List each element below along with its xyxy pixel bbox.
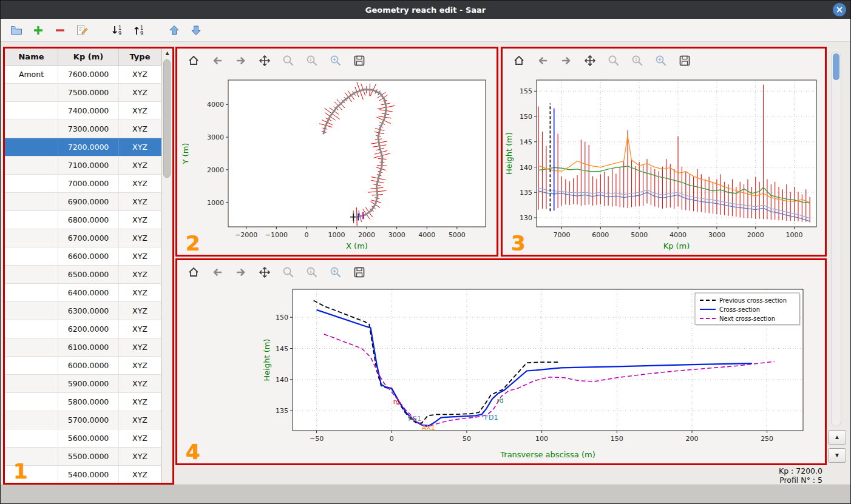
cell-kp[interactable]: 7200.0000 <box>58 138 119 156</box>
cell-type[interactable]: XYZ <box>119 266 161 283</box>
save-button[interactable] <box>350 263 368 281</box>
forward-button[interactable] <box>232 52 250 70</box>
cell-kp[interactable]: 5800.0000 <box>58 393 119 411</box>
cell-type[interactable]: XYZ <box>119 247 161 265</box>
cell-kp[interactable]: 6000.0000 <box>58 357 119 374</box>
cell-kp[interactable]: 6300.0000 <box>58 302 119 320</box>
longitudinal-profile-chart[interactable]: 7000600050004000300020001000130135140145… <box>503 73 825 254</box>
sort-descending-button[interactable]: 1 9 <box>109 22 126 39</box>
sort-ascending-button[interactable]: 1 9 <box>131 22 147 39</box>
back-button[interactable] <box>208 52 226 70</box>
cell-type[interactable]: XYZ <box>119 302 161 320</box>
cell-type[interactable]: XYZ <box>119 138 161 156</box>
cell-name[interactable]: Amont <box>5 66 58 83</box>
table-row[interactable]: 6100.0000XYZ <box>5 338 161 357</box>
pan-button[interactable] <box>256 263 274 281</box>
open-button[interactable] <box>8 22 25 39</box>
plan-view-chart[interactable]: −2000−1000010002000300040005000100020003… <box>177 73 497 254</box>
cell-name[interactable] <box>5 411 58 429</box>
forward-button[interactable] <box>557 52 575 70</box>
table-row[interactable]: 7000.0000XYZ <box>5 175 161 193</box>
table-row[interactable]: 7300.0000XYZ <box>5 120 161 138</box>
cell-name[interactable] <box>5 175 58 192</box>
cell-type[interactable]: XYZ <box>119 411 161 429</box>
cell-name[interactable] <box>5 375 58 392</box>
cell-name[interactable] <box>5 320 58 338</box>
save-button[interactable] <box>350 52 368 70</box>
cell-kp[interactable]: 6800.0000 <box>58 211 119 229</box>
cell-kp[interactable]: 5700.0000 <box>58 411 119 429</box>
zoom-rect-button[interactable] <box>327 263 345 281</box>
table-row[interactable]: 6300.0000XYZ <box>5 302 161 320</box>
cell-name[interactable] <box>5 247 58 265</box>
table-row[interactable]: 5700.0000XYZ <box>5 411 161 429</box>
table-row[interactable]: 6600.0000XYZ <box>5 247 161 266</box>
zoom-rect-button[interactable] <box>652 52 670 70</box>
table-row[interactable]: 5600.0000XYZ <box>5 429 161 448</box>
profile-up-button[interactable]: ▲ <box>828 430 846 445</box>
cell-type[interactable]: XYZ <box>119 66 161 83</box>
vertical-scrollbar-thumb[interactable] <box>833 53 839 80</box>
profile-down-button[interactable]: ▼ <box>828 448 846 463</box>
cell-kp[interactable]: 7300.0000 <box>58 120 119 138</box>
cell-type[interactable]: XYZ <box>119 102 161 119</box>
subplots-button[interactable] <box>303 263 321 281</box>
cell-name[interactable] <box>5 448 58 465</box>
cell-kp[interactable]: 5600.0000 <box>58 429 119 447</box>
cell-type[interactable]: XYZ <box>119 156 161 174</box>
table-row[interactable]: 5500.0000XYZ <box>5 448 161 466</box>
cell-type[interactable]: XYZ <box>119 84 161 101</box>
table-row[interactable]: 6900.0000XYZ <box>5 193 161 211</box>
scroll-up-icon[interactable]: ▲ <box>162 49 172 58</box>
cell-type[interactable]: XYZ <box>119 338 161 356</box>
cell-kp[interactable]: 6200.0000 <box>58 320 119 338</box>
subplots-button[interactable] <box>628 52 646 70</box>
cell-kp[interactable]: 7100.0000 <box>58 156 119 174</box>
close-button[interactable] <box>833 3 846 16</box>
cell-type[interactable]: XYZ <box>119 175 161 192</box>
cell-name[interactable] <box>5 302 58 320</box>
move-up-button[interactable] <box>166 22 183 39</box>
zoom-button[interactable] <box>605 52 623 70</box>
cell-type[interactable]: XYZ <box>119 429 161 447</box>
zoom-button[interactable] <box>279 263 297 281</box>
table-row[interactable]: 6000.0000XYZ <box>5 357 161 375</box>
zoom-rect-button[interactable] <box>327 52 345 70</box>
cell-kp[interactable]: 7500.0000 <box>58 84 119 101</box>
cell-name[interactable] <box>5 102 58 119</box>
table-row[interactable]: 5900.0000XYZ <box>5 375 161 393</box>
table-row[interactable]: 7500.0000XYZ <box>5 84 161 102</box>
table-row[interactable]: 7100.0000XYZ <box>5 156 161 175</box>
subplots-button[interactable] <box>303 52 321 70</box>
cell-type[interactable]: XYZ <box>119 284 161 301</box>
table-row[interactable]: 6200.0000XYZ <box>5 320 161 338</box>
add-cross-section-button[interactable] <box>30 22 47 39</box>
home-button[interactable] <box>510 52 528 70</box>
cell-type[interactable]: XYZ <box>119 211 161 229</box>
cell-name[interactable] <box>5 466 58 483</box>
column-header-type[interactable]: Type <box>119 49 161 65</box>
cell-kp[interactable]: 6600.0000 <box>58 247 119 265</box>
cell-type[interactable]: XYZ <box>119 193 161 210</box>
remove-cross-section-button[interactable] <box>52 22 69 39</box>
cell-kp[interactable]: 6900.0000 <box>58 193 119 210</box>
cell-kp[interactable]: 7400.0000 <box>58 102 119 119</box>
cell-kp[interactable]: 7600.0000 <box>58 66 119 83</box>
cell-kp[interactable]: 5500.0000 <box>58 448 119 465</box>
move-down-button[interactable] <box>188 22 205 39</box>
table-row[interactable]: 6800.0000XYZ <box>5 211 161 229</box>
cell-name[interactable] <box>5 284 58 301</box>
table-row[interactable]: 6700.0000XYZ <box>5 229 161 247</box>
pan-button[interactable] <box>581 52 599 70</box>
cell-name[interactable] <box>5 338 58 356</box>
table-row[interactable]: 7200.0000XYZ <box>5 138 161 156</box>
cell-type[interactable]: XYZ <box>119 448 161 465</box>
back-button[interactable] <box>208 263 226 281</box>
cell-name[interactable] <box>5 156 58 174</box>
cell-name[interactable] <box>5 120 58 138</box>
cell-name[interactable] <box>5 211 58 229</box>
cell-type[interactable]: XYZ <box>119 320 161 338</box>
cell-name[interactable] <box>5 138 58 156</box>
cell-kp[interactable]: 6500.0000 <box>58 266 119 283</box>
cell-name[interactable] <box>5 193 58 210</box>
